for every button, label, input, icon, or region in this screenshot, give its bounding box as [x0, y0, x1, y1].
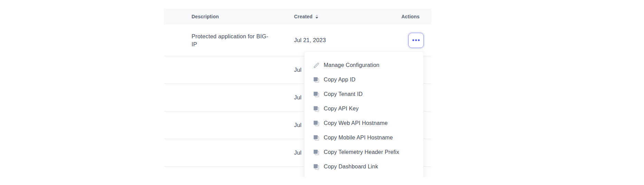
menu-item-copy-mobile-api-hostname[interactable]: Copy Mobile API Hostname — [304, 130, 423, 145]
description-text: Protected application for BIG-IP — [192, 32, 270, 48]
column-header-actions-label: Actions — [401, 14, 420, 19]
menu-item-label: Copy App ID — [324, 77, 355, 83]
menu-item-copy-tenant-id[interactable]: Copy Tenant ID — [304, 87, 423, 101]
menu-item-label: Manage Configuration — [324, 62, 379, 68]
copy-icon — [313, 135, 320, 141]
menu-item-copy-web-api-hostname[interactable]: Copy Web API Hostname — [304, 116, 423, 130]
menu-item-label: Copy Telemetry Header Prefix — [324, 149, 399, 155]
table-row: Protected application for BIG-IP Jul 21,… — [164, 25, 431, 56]
copy-icon — [313, 164, 320, 170]
page: Description Created Actions Protected ap… — [0, 0, 644, 185]
column-header-created-label: Created — [294, 14, 313, 19]
actions-cell — [393, 33, 431, 48]
menu-item-copy-api-key[interactable]: Copy API Key — [304, 101, 423, 116]
content-area: Description Created Actions Protected ap… — [0, 0, 644, 177]
menu-item-copy-dashboard-link[interactable]: Copy Dashboard Link — [304, 159, 423, 174]
column-header-created[interactable]: Created — [294, 14, 393, 19]
row-actions-button[interactable] — [408, 33, 424, 48]
copy-icon — [313, 120, 320, 127]
column-header-actions: Actions — [393, 14, 431, 19]
menu-item-label: Copy Mobile API Hostname — [324, 135, 393, 141]
ellipsis-icon — [412, 39, 414, 41]
actions-dropdown-menu: Manage Configuration Copy App ID — [304, 52, 423, 177]
copy-icon — [313, 106, 320, 112]
column-header-description-label: Description — [192, 14, 219, 19]
menu-item-label: Copy API Key — [324, 106, 359, 112]
menu-item-copy-telemetry-header-prefix[interactable]: Copy Telemetry Header Prefix — [304, 145, 423, 159]
copy-icon — [313, 91, 320, 98]
copy-icon — [313, 77, 320, 83]
pencil-icon — [313, 62, 320, 69]
menu-item-label: Copy Dashboard Link — [324, 164, 378, 170]
sort-icon[interactable] — [315, 14, 318, 19]
menu-item-copy-app-id[interactable]: Copy App ID — [304, 72, 423, 87]
menu-item-label: Copy Web API Hostname — [324, 120, 388, 126]
table-header-row: Description Created Actions — [164, 9, 431, 25]
description-cell: Protected application for BIG-IP — [164, 32, 294, 48]
created-cell: Jul 21, 2023 — [294, 37, 393, 43]
menu-item-manage-configuration[interactable]: Manage Configuration — [304, 58, 423, 72]
copy-icon — [313, 149, 320, 156]
column-header-description[interactable]: Description — [164, 14, 294, 19]
sort-up-arrow-icon — [315, 14, 318, 16]
sort-down-arrow-icon — [315, 17, 318, 19]
menu-item-label: Copy Tenant ID — [324, 91, 363, 97]
